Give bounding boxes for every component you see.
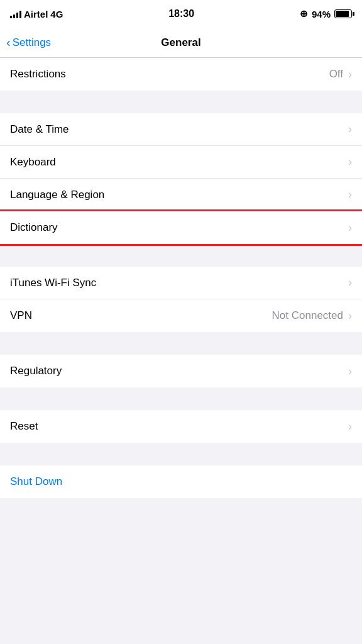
- shutdown-label: Shut Down: [10, 475, 62, 488]
- vpn-label: VPN: [10, 309, 272, 322]
- section-gap-1: [0, 91, 362, 113]
- vpn-row[interactable]: VPN Not Connected ›: [0, 299, 362, 332]
- navigation-bar: ‹ Settings General: [0, 28, 362, 58]
- restrictions-row[interactable]: Restrictions Off ›: [0, 58, 362, 91]
- battery-icon: [334, 9, 352, 18]
- restrictions-chevron-icon: ›: [348, 68, 352, 81]
- itunes-wifi-sync-row[interactable]: iTunes Wi-Fi Sync ›: [0, 267, 362, 299]
- restrictions-group: Restrictions Off ›: [0, 58, 362, 91]
- regulatory-group: Regulatory ›: [0, 355, 362, 387]
- vpn-chevron-icon: ›: [348, 309, 352, 323]
- section-gap-2: [0, 244, 362, 267]
- date-time-chevron-icon: ›: [348, 123, 352, 136]
- itunes-wifi-sync-chevron-icon: ›: [348, 276, 352, 289]
- vpn-value: Not Connected: [272, 309, 343, 322]
- network-label: 4G: [50, 9, 63, 19]
- dictionary-label: Dictionary: [10, 221, 348, 234]
- language-region-chevron-icon: ›: [348, 188, 352, 201]
- reset-label: Reset: [10, 420, 348, 433]
- section-gap-4: [0, 387, 362, 410]
- page-title: General: [161, 36, 200, 49]
- reset-chevron-icon: ›: [348, 420, 352, 433]
- date-time-label: Date & Time: [10, 123, 348, 136]
- reset-group: Reset ›: [0, 410, 362, 443]
- date-keyboard-group: Date & Time › Keyboard › Language & Regi…: [0, 113, 362, 244]
- battery-fill: [336, 11, 349, 17]
- keyboard-chevron-icon: ›: [348, 155, 352, 169]
- back-label: Settings: [13, 36, 51, 49]
- signal-icon: [10, 9, 21, 18]
- keyboard-label: Keyboard: [10, 156, 348, 169]
- shutdown-row[interactable]: Shut Down: [0, 465, 362, 498]
- language-region-row[interactable]: Language & Region ›: [0, 179, 362, 211]
- regulatory-label: Regulatory: [10, 365, 348, 377]
- date-time-row[interactable]: Date & Time ›: [0, 113, 362, 146]
- carrier-label: Airtel: [24, 9, 48, 19]
- wifi-icon: ⊕: [300, 8, 308, 19]
- back-button[interactable]: ‹ Settings: [6, 36, 51, 49]
- dictionary-chevron-icon: ›: [348, 221, 352, 235]
- regulatory-row[interactable]: Regulatory ›: [0, 355, 362, 387]
- language-region-label: Language & Region: [10, 189, 348, 201]
- keyboard-row[interactable]: Keyboard ›: [0, 146, 362, 179]
- reset-row[interactable]: Reset ›: [0, 410, 362, 443]
- carrier-info: Airtel 4G: [10, 9, 63, 19]
- section-gap-5: [0, 443, 362, 465]
- section-gap-3: [0, 332, 362, 355]
- regulatory-chevron-icon: ›: [348, 365, 352, 378]
- itunes-wifi-sync-label: iTunes Wi-Fi Sync: [10, 277, 348, 289]
- restrictions-label: Restrictions: [10, 68, 329, 80]
- dictionary-row[interactable]: Dictionary ›: [0, 211, 362, 244]
- itunes-vpn-group: iTunes Wi-Fi Sync › VPN Not Connected ›: [0, 267, 362, 332]
- battery-percent: 94%: [312, 9, 331, 19]
- back-chevron-icon: ‹: [6, 36, 11, 48]
- status-bar: Airtel 4G 18:30 ⊕ 94%: [0, 0, 362, 28]
- restrictions-value: Off: [329, 68, 343, 80]
- battery-info: ⊕ 94%: [300, 8, 352, 19]
- status-time: 18:30: [168, 8, 194, 19]
